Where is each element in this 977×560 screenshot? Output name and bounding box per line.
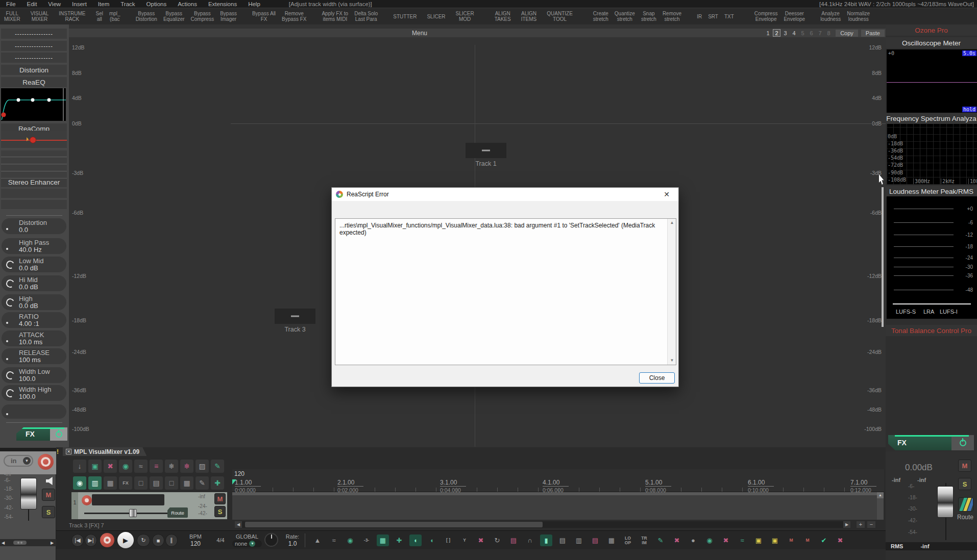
visualmixer-tab[interactable]: ✕ MPL VisualMixer v1.09	[63, 447, 146, 456]
import-icon[interactable]: ↓	[73, 460, 86, 473]
error-message-box[interactable]: ...rties\mpl_VisualMixer_functions/mpl_V…	[335, 218, 676, 365]
spectrum-header[interactable]: Frequency Spectrum Analyza	[886, 113, 977, 124]
scroll-down-icon[interactable]: ▼	[668, 357, 676, 365]
dialog-close-icon[interactable]: ✕	[659, 190, 674, 198]
global-select[interactable]: none ▼	[232, 540, 262, 547]
fx-mini-row[interactable]	[1, 165, 67, 171]
draw-icon[interactable]: ✎	[654, 534, 667, 546]
master-fx-button[interactable]: FX	[888, 435, 974, 450]
input-select[interactable]: in ▼	[4, 455, 33, 467]
menu-item[interactable]: Track	[120, 1, 135, 7]
edit-icon[interactable]: ✎	[211, 460, 224, 473]
toolbar-button[interactable]: Bypass Imager	[220, 11, 237, 22]
toolbar-button[interactable]: IR	[697, 14, 702, 19]
envelope-icon[interactable]: ≈	[328, 534, 340, 546]
scroll-up-icon[interactable]: ▲	[668, 219, 676, 227]
toolbar-button[interactable]: Snap stretch	[641, 11, 656, 22]
panel-scrollbar[interactable]	[882, 187, 884, 327]
toolbar-button[interactable]: ALIGN ITEMS	[521, 11, 537, 22]
global-automation[interactable]: GLOBAL none ▼	[232, 533, 262, 547]
loop-label[interactable]: LO OP	[622, 534, 634, 546]
grid-add-icon[interactable]: ✚	[393, 534, 405, 546]
chip-icon[interactable]: ▦	[180, 476, 193, 490]
scroll-thumb[interactable]	[245, 522, 543, 527]
rate-value[interactable]: 1.0	[288, 540, 297, 547]
fade-icon[interactable]: ∩	[524, 534, 536, 546]
track-solo-button[interactable]: S	[214, 506, 226, 517]
menu-item[interactable]: File	[6, 1, 16, 7]
record-button[interactable]	[100, 533, 114, 547]
toolbar-button[interactable]: SLICER MOD	[456, 11, 474, 22]
record-arm-button[interactable]	[38, 454, 54, 470]
unfreeze-icon[interactable]: ❄	[180, 460, 193, 473]
volume-handle[interactable]	[129, 509, 137, 517]
High[interactable]: High 0.0 dB	[2, 294, 66, 310]
toolbar-button[interactable]: SLICER	[427, 14, 445, 19]
doc-icon[interactable]: ▤	[150, 476, 163, 490]
fx-slot[interactable]: Distortion	[1, 65, 67, 75]
osc-hold-setting[interactable]: hold	[962, 107, 976, 112]
toolbar-button[interactable]: STUTTER	[393, 14, 417, 19]
track-control-panel[interactable]: 1 Route -inf-24--42- M S	[71, 492, 227, 519]
group-list-icon[interactable]: ▥	[573, 534, 585, 546]
apply-icon[interactable]: ✔	[818, 534, 830, 546]
track-mute-button[interactable]: M	[42, 489, 55, 501]
master-gain-value[interactable]: 0.00dB	[905, 463, 933, 473]
spot-icon[interactable]: ◉	[703, 534, 716, 546]
master-fader-handle[interactable]	[937, 486, 954, 518]
fx-slot-blank[interactable]	[1, 200, 67, 209]
toolbar-button[interactable]: Create stretch	[593, 11, 608, 22]
sort-icon[interactable]: ≡	[150, 460, 163, 473]
master-mute-button[interactable]: M	[958, 460, 971, 472]
pause-button[interactable]: ∥	[165, 534, 178, 547]
clear-icon[interactable]: ✖	[720, 534, 732, 546]
pin-icon[interactable]: ◉	[344, 534, 356, 546]
vm-track-node[interactable]: Track 3	[275, 309, 315, 333]
comp-handle[interactable]	[30, 137, 36, 143]
tonal-balance-header[interactable]: Tonal Balance Control Pro	[886, 325, 977, 336]
loudness-header[interactable]: Loudness Meter Peak/RMS	[886, 186, 977, 197]
play-button[interactable]: ▶	[117, 532, 134, 548]
toolbar-button[interactable]: Apply FX to items MIDI	[322, 11, 348, 22]
bpm-value[interactable]: 120	[190, 540, 201, 547]
RELEASE[interactable]: RELEASE 100 ms	[2, 348, 66, 364]
scroll-left-icon[interactable]: ◀	[0, 541, 6, 545]
osc-time-setting[interactable]: 5.0s	[962, 50, 976, 56]
mixer-view-icon[interactable]: ▥	[88, 476, 102, 490]
vm-track-handle[interactable]	[466, 143, 506, 158]
Width High[interactable]: Width High 100.0	[2, 385, 66, 401]
bpm-display[interactable]: BPM 120	[183, 533, 208, 547]
fx-slot-blank[interactable]	[1, 189, 67, 198]
trim-label[interactable]: TR IM	[638, 534, 650, 546]
takes-icon[interactable]: ▤	[507, 534, 520, 546]
list-icon[interactable]: ▤	[556, 534, 569, 546]
mute-a-icon[interactable]: M	[785, 534, 797, 546]
close-button[interactable]: Close	[639, 372, 675, 384]
param-knob-empty[interactable]	[2, 404, 66, 419]
tempo-marker[interactable]: 120	[234, 470, 245, 477]
Low Mid[interactable]: Low Mid 0.0 dB	[2, 257, 66, 272]
fx-mini-row[interactable]	[1, 150, 67, 157]
add-icon[interactable]: ✚	[211, 476, 224, 490]
fx-slot-empty[interactable]: ----------------	[1, 53, 67, 63]
fx-chain-icon[interactable]: FX	[119, 476, 132, 490]
cancel-icon[interactable]: ✖	[834, 534, 846, 546]
time-signature[interactable]: 4/4	[212, 537, 229, 544]
toolbar-button[interactable]: Analyze loudness	[820, 11, 841, 22]
scroll-right-icon[interactable]: ▶	[843, 521, 850, 528]
metronome-icon[interactable]: ▲	[311, 534, 324, 546]
toolbar-button[interactable]: Deesser Envelope	[784, 11, 805, 22]
fx-mini-row[interactable]	[1, 158, 67, 164]
strip-scrollbar[interactable]: ◀ ▶	[0, 539, 56, 546]
touch-icon[interactable]: ◉	[119, 460, 132, 473]
grid-snap-icon[interactable]: ▦	[377, 534, 389, 546]
Hi Mid[interactable]: Hi Mid 0.0 dB	[2, 275, 66, 291]
rate-knob[interactable]	[264, 533, 278, 547]
zoom-in-button[interactable]: +	[857, 521, 865, 528]
toolbar-button[interactable]: Sel all	[95, 11, 103, 22]
fx-enable-button[interactable]: FX	[16, 427, 67, 441]
record-arm-button[interactable]	[82, 495, 92, 505]
toolbar-button[interactable]: QUANTIZE TOOL	[547, 11, 573, 22]
toolbar-button[interactable]: SRT	[708, 14, 718, 19]
scroll-right-icon[interactable]: ▶	[49, 541, 55, 545]
